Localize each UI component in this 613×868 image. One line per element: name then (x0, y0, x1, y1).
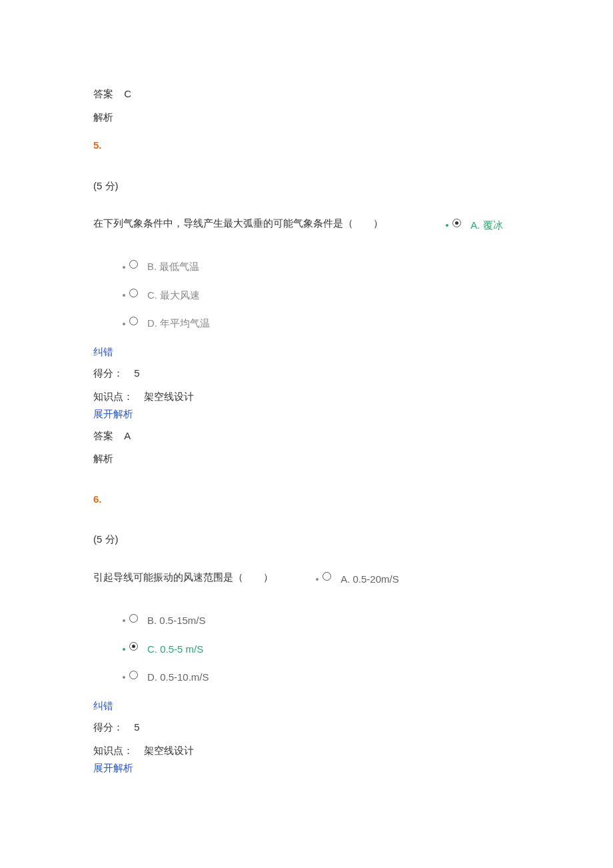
q6-correction-link[interactable]: 纠错 (93, 699, 520, 714)
q6-stem: 引起导线可能振动的风速范围是（ ） (93, 571, 273, 583)
bullet-icon (123, 323, 125, 325)
bullet-icon (123, 619, 125, 622)
kp-label: 知识点： (93, 745, 133, 756)
prev-explain-row: 解析 (93, 110, 520, 125)
q6-kp-value: 架空线设计 (144, 745, 194, 756)
q5-option-C[interactable]: C. 最大风速 (123, 288, 520, 303)
radio-icon (452, 219, 461, 227)
q6-option-C-label: C. 0.5-5 m/S (147, 642, 203, 657)
q6-option-B[interactable]: B. 0.5-15m/S (123, 613, 520, 629)
radio-icon (129, 671, 138, 679)
q6-stem-line: 引起导线可能振动的风速范围是（ ） A. 0.5-20m/S (93, 570, 520, 600)
radio-icon (129, 260, 138, 269)
q5-kp-value: 架空线设计 (144, 391, 194, 402)
quiz-page: 答案 C 解析 5. (5 分) 在下列气象条件中，导线产生最大弧垂的可能气象条… (0, 0, 613, 863)
q6-option-C[interactable]: C. 0.5-5 m/S (123, 642, 520, 657)
bullet-icon (123, 676, 125, 679)
q6-option-list: B. 0.5-15m/S C. 0.5-5 m/S D. 0.5-10.m/S (123, 613, 520, 685)
q5-option-list: B. 最低气温 C. 最大风速 D. 年平均气温 (123, 259, 520, 331)
radio-icon (322, 572, 331, 581)
question-points-5: (5 分) (93, 179, 520, 194)
q5-correction-link[interactable]: 纠错 (93, 345, 520, 360)
score-label: 得分： (93, 721, 123, 733)
kp-label: 知识点： (93, 391, 133, 402)
q5-option-A-label: A. 覆冰 (470, 218, 502, 233)
radio-icon (129, 614, 138, 623)
score-label: 得分： (93, 367, 123, 379)
bullet-icon (316, 578, 318, 581)
question-number-6: 6. (93, 492, 520, 507)
question-number-5: 5. (93, 138, 520, 153)
answer-label: 答案 (93, 430, 113, 441)
q5-expand-link[interactable]: 展开解析 (93, 407, 520, 422)
q5-stem-line: 在下列气象条件中，导线产生最大弧垂的可能气象条件是（ ） A. 覆冰 (93, 216, 520, 246)
radio-icon (129, 289, 138, 297)
q5-option-D-label: D. 年平均气温 (147, 316, 210, 331)
prev-answer-row: 答案 C (93, 87, 520, 102)
q6-score-value: 5 (134, 721, 139, 733)
bullet-icon (123, 266, 125, 269)
q5-answer-value: A (124, 430, 131, 441)
q6-expand-link[interactable]: 展开解析 (93, 761, 520, 776)
bullet-icon (123, 294, 125, 297)
q5-option-A[interactable]: A. 覆冰 (446, 218, 502, 233)
q6-option-D[interactable]: D. 0.5-10.m/S (123, 670, 520, 685)
prev-answer-value: C (124, 88, 131, 99)
q5-explain-row: 解析 (93, 451, 520, 467)
q5-option-B-label: B. 最低气温 (147, 259, 199, 275)
q5-stem: 在下列气象条件中，导线产生最大弧垂的可能气象条件是（ ） (93, 217, 383, 229)
bullet-icon (123, 648, 125, 651)
q6-kp-row: 知识点： 架空线设计 (93, 743, 520, 759)
q6-option-B-label: B. 0.5-15m/S (147, 613, 206, 629)
radio-icon (129, 642, 138, 651)
q5-score-value: 5 (134, 367, 139, 379)
q5-kp-row: 知识点： 架空线设计 (93, 389, 520, 405)
bullet-icon (446, 224, 448, 227)
q5-score-row: 得分： 5 (93, 366, 520, 381)
q5-option-B[interactable]: B. 最低气温 (123, 259, 520, 275)
radio-icon (129, 317, 138, 325)
q5-option-D[interactable]: D. 年平均气温 (123, 316, 520, 331)
explain-label: 解析 (93, 111, 113, 123)
q6-score-row: 得分： 5 (93, 720, 520, 735)
q5-answer-row: 答案 A (93, 429, 520, 444)
explain-label: 解析 (93, 453, 113, 464)
answer-label: 答案 (93, 88, 113, 99)
q6-option-D-label: D. 0.5-10.m/S (147, 670, 209, 685)
q5-option-C-label: C. 最大风速 (147, 288, 200, 303)
q6-option-A-label: A. 0.5-20m/S (340, 572, 399, 587)
question-points-6: (5 分) (93, 532, 520, 547)
q6-option-A[interactable]: A. 0.5-20m/S (316, 572, 399, 587)
